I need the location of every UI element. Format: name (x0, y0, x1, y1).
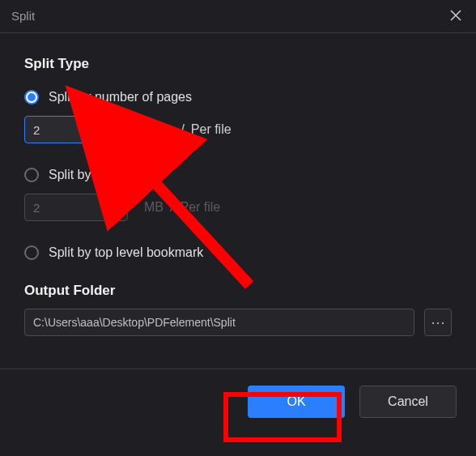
radio-label: Split by number of pages (49, 90, 192, 104)
cancel-button[interactable]: Cancel (359, 386, 457, 418)
radio-icon (24, 245, 39, 260)
radio-split-by-pages[interactable]: Split by number of pages (24, 90, 452, 104)
chevron-up-icon: ▲ (116, 120, 123, 127)
dialog-title: Split (11, 9, 35, 23)
step-up-button: ▲ (112, 194, 127, 207)
split-type-heading: Split Type (24, 56, 452, 72)
step-up-button[interactable]: ▲ (112, 117, 127, 130)
radio-icon (24, 168, 39, 182)
ok-button[interactable]: OK (248, 386, 345, 418)
browse-button[interactable]: ⋯ (424, 309, 452, 336)
stepper-buttons: ▲ ▼ (111, 194, 127, 220)
step-down-button: ▼ (112, 207, 127, 220)
ellipsis-icon: ⋯ (431, 313, 446, 331)
radio-label: Split by file size (49, 168, 138, 182)
step-down-button[interactable]: ▼ (112, 130, 127, 143)
size-value: 2 (25, 194, 111, 220)
chevron-up-icon: ▲ (116, 198, 123, 205)
stepper-buttons: ▲ ▼ (111, 117, 127, 143)
close-button[interactable] (447, 6, 465, 24)
chevron-down-icon: ▼ (116, 211, 123, 218)
size-stepper: 2 ▲ ▼ (24, 194, 128, 221)
pages-value[interactable]: 2 (25, 117, 111, 143)
output-folder-heading: Output Folder (24, 283, 452, 299)
dialog-content: Split Type Split by number of pages 2 ▲ … (0, 33, 476, 344)
output-folder-row: C:\Users\aaa\Desktop\PDFelement\Split ⋯ (24, 309, 452, 336)
radio-split-by-bookmark[interactable]: Split by top level bookmark (24, 245, 452, 260)
size-input-row: 2 ▲ ▼ MB/Per file (24, 194, 452, 221)
titlebar: Split (0, 0, 476, 33)
chevron-down-icon: ▼ (116, 133, 123, 140)
pages-stepper[interactable]: 2 ▲ ▼ (24, 116, 128, 143)
pages-input-row: 2 ▲ ▼ Page/Per file (24, 116, 452, 143)
radio-icon (24, 90, 39, 104)
output-path-input[interactable]: C:\Users\aaa\Desktop\PDFelement\Split (24, 309, 414, 336)
pages-unit-label: Page/Per file (144, 122, 232, 137)
size-unit-label: MB/Per file (144, 200, 220, 215)
radio-split-by-size[interactable]: Split by file size (24, 168, 452, 182)
dialog-footer: OK Cancel (0, 369, 476, 434)
radio-label: Split by top level bookmark (49, 245, 203, 260)
close-icon (450, 10, 461, 21)
